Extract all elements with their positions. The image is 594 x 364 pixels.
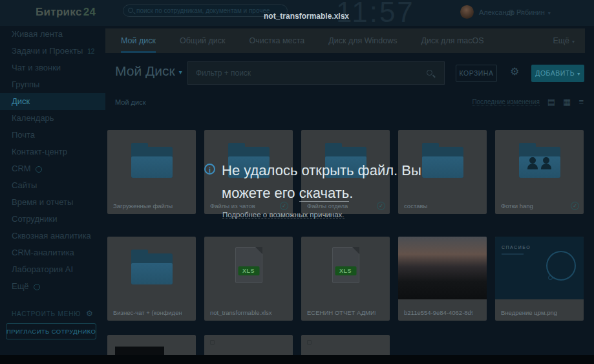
sidebar-item-crm-analytics[interactable]: CRM-аналитика (0, 244, 105, 261)
sidebar-item-label: Диск (12, 96, 30, 106)
search-icon[interactable] (427, 70, 432, 76)
sidebar-item-mail[interactable]: Почта (0, 127, 105, 144)
sidebar-item-sites[interactable]: Сайты (0, 177, 105, 194)
sidebar-item-label: Задачи и Проекты (12, 46, 83, 56)
tab-cleanup[interactable]: Очистка места (249, 28, 305, 53)
recent-changes-link[interactable]: Последние изменения (472, 98, 539, 106)
page-fold (255, 247, 262, 254)
sidebar-item-label: Время и отчеты (12, 197, 73, 207)
trash-button[interactable]: КОРЗИНА (456, 65, 497, 82)
user-avatar[interactable] (460, 5, 474, 19)
tab-shared-disk[interactable]: Общий диск (180, 28, 226, 53)
file-tile[interactable]: СПАСИБОВнедрение црм.png (495, 237, 584, 321)
tab-label: Очистка места (249, 36, 305, 45)
person-icon (543, 157, 549, 164)
file-icon (210, 340, 215, 345)
sidebar-item-label: Чат и звонки (12, 63, 61, 72)
file-name: Внедрение црм.png (501, 309, 569, 316)
sidebar-item-disk[interactable]: Диск (0, 93, 105, 110)
sidebar-item-label: Контакт-центр (12, 147, 67, 156)
file-tile[interactable]: Бизнес-чат + (конфиденци... (107, 237, 196, 321)
chevron-down-icon: ▾ (572, 39, 575, 45)
file-name: not_transformable.xlsx (210, 309, 279, 316)
tab-label: Мой диск (121, 36, 156, 45)
sidebar-item-label: Календарь (12, 113, 54, 123)
search-icon (128, 8, 133, 13)
sidebar-item-employees[interactable]: Сотрудники (0, 211, 105, 228)
tab-disk-windows[interactable]: Диск для Windows (328, 28, 397, 53)
details-link[interactable]: Подробнее о возможных причинах. (222, 211, 345, 219)
file-icon (307, 340, 312, 345)
grid-view-icon[interactable]: ▦ (563, 97, 571, 107)
logo-24: 24 (83, 6, 96, 18)
sidebar-item-more[interactable]: Ещё (0, 278, 105, 295)
xls-file-icon: XLS (235, 247, 262, 283)
sidebar-item-tasks[interactable]: Задачи и Проекты12 (0, 43, 105, 59)
file-tile[interactable]: b211e554-9e84-4062-8d9f... (398, 237, 487, 321)
add-button[interactable]: ДОБАВИТЬ▾ (531, 65, 584, 82)
sidebar-item-contact-center[interactable]: Контакт-центр (0, 144, 105, 160)
user-menu[interactable]: Александр Рябинин▾ (479, 8, 551, 16)
settings-gear-icon[interactable]: ⚙ (510, 65, 519, 78)
page-title[interactable]: Мой Диск▾ (115, 63, 182, 79)
chevron-down-icon: ▾ (577, 71, 580, 77)
file-tile[interactable]: XLSnot_transformable.xlsx (204, 237, 293, 321)
check-badge: ✓ (571, 202, 579, 210)
download-link[interactable]: скачать (299, 185, 350, 202)
tab-label: Ещё (553, 36, 569, 45)
bitrix24-drive-page: Битрикс24 11:57 Александр Рябинин▾ Живая… (0, 0, 594, 364)
bottom-bar (0, 355, 594, 364)
xls-badge: XLS (335, 266, 356, 275)
sidebar-item-label: Сайты (12, 180, 37, 190)
file-open-error-message: i Не удалось открыть файл. Вы можете его… (204, 159, 421, 220)
xls-badge: XLS (238, 266, 259, 275)
info-icon: i (204, 164, 215, 175)
bitrix-logo[interactable]: Битрикс24 (36, 6, 96, 19)
sidebar-item-label: Группы (12, 80, 39, 89)
file-tile[interactable]: XLSЕСЕНИН ОТЧЕТ АДМИНИ... (301, 237, 390, 321)
file-tile[interactable]: Фотки hang✓ (495, 130, 584, 214)
file-name: Бизнес-чат + (конфиденци... (113, 309, 182, 316)
image-thumbnail: СПАСИБО (495, 237, 584, 299)
invite-employees-button[interactable]: ПРИГЛАСИТЬ СОТРУДНИКОВ + (6, 323, 96, 339)
tab-disk-macos[interactable]: Диск для macOS (421, 28, 483, 53)
sidebar-item-chat[interactable]: Чат и звонки (0, 59, 105, 76)
file-tile[interactable]: Загруженные файлы (107, 130, 196, 214)
sidebar-item-label: Сотрудники (12, 214, 57, 224)
shared-folder-icon (519, 147, 560, 178)
sidebar-item-calendar[interactable]: Календарь (0, 110, 105, 127)
tab-more[interactable]: Ещё▾ (553, 28, 575, 53)
sidebar-item-feed[interactable]: Живая лента (0, 26, 105, 43)
counter-badge (34, 284, 40, 290)
xls-file-icon: XLS (332, 247, 359, 283)
sidebar-item-groups[interactable]: Группы (0, 76, 105, 93)
sidebar-item-crm[interactable]: CRM (0, 160, 105, 177)
file-name: b211e554-9e84-4062-8d9f... (404, 309, 472, 316)
page-fold (352, 247, 359, 254)
tab-my-disk[interactable]: Мой диск (121, 28, 156, 53)
drive-tabbar: Мой дискОбщий дискОчистка местаДиск для … (105, 28, 585, 53)
sidebar-item-ai-lab[interactable]: Лаборатория AI (0, 261, 105, 278)
folder-icon (422, 147, 463, 178)
file-name: Фотки hang (501, 202, 569, 209)
thumbnail-text: СПАСИБО (502, 245, 531, 250)
chevron-down-icon: ▾ (548, 10, 551, 16)
sidebar-item-label: Лаборатория AI (12, 264, 73, 274)
sidebar-item-label: CRM (12, 164, 31, 173)
breadcrumb[interactable]: Мой диск (115, 98, 145, 106)
filter-search-input[interactable] (196, 63, 422, 83)
tile-view-icon[interactable]: ▤ (547, 97, 555, 107)
file-name: ЕСЕНИН ОТЧЕТ АДМИНИ... (307, 309, 376, 316)
counter-badge (36, 166, 42, 173)
tab-label: Общий диск (180, 36, 226, 45)
sidebar: Живая лентаЗадачи и Проекты12Чат и звонк… (0, 26, 105, 364)
file-name: Загруженные файлы (113, 202, 182, 209)
sidebar-item-time[interactable]: Время и отчеты (0, 194, 105, 211)
filter-search-box (187, 61, 445, 85)
tab-label: Диск для Windows (328, 36, 397, 45)
sidebar-item-analytics[interactable]: Сквозная аналитика (0, 228, 105, 244)
error-text: Не удалось открыть файл. Вы можете его с… (222, 159, 421, 204)
list-view-icon[interactable]: ≡ (578, 97, 584, 107)
configure-menu-button[interactable]: НАСТРОИТЬ МЕНЮ⚙ (12, 309, 94, 318)
sidebar-item-label: Живая лента (12, 29, 63, 39)
